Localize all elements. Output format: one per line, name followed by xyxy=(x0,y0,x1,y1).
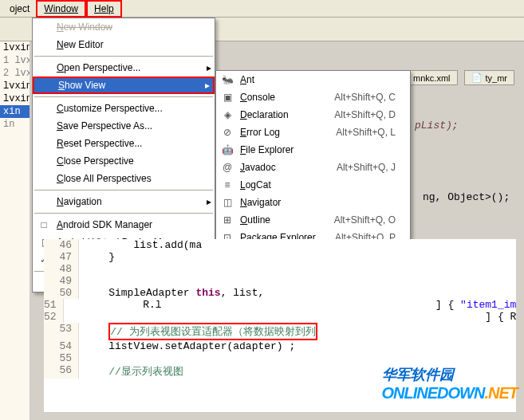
shortcut: Alt+Shift+Q, C xyxy=(318,92,396,103)
left-item[interactable]: lvxin xyxy=(0,41,30,54)
menu-icon: 🤖 xyxy=(219,144,235,155)
code-line[interactable]: 51 R.l ] { "item1_image xyxy=(44,299,516,311)
code-line[interactable]: 52 ] { R.id.mnkc_i xyxy=(44,311,516,323)
code-fragment: pList); xyxy=(415,120,459,131)
menu-item[interactable]: Show View▸ xyxy=(33,77,215,94)
menu-label: Close All Perspectives xyxy=(52,173,200,184)
menu-item[interactable]: @JavadocAlt+Shift+Q, J xyxy=(216,159,410,176)
menu-label: Console xyxy=(235,92,318,103)
menu-icon: ▣ xyxy=(219,92,235,103)
line-number: 47 xyxy=(44,251,79,263)
menu-label: New Editor xyxy=(52,39,200,50)
menu-label: Outline xyxy=(235,214,318,226)
menu-label: Customize Perspective... xyxy=(52,103,200,114)
code-line[interactable]: 54 listView.setAdapter(adapter) ; xyxy=(44,340,516,352)
line-number: 50 xyxy=(44,287,79,299)
line-number: 56 xyxy=(44,364,79,379)
menu-item[interactable]: Navigation▸ xyxy=(33,193,215,210)
menu-icon: @ xyxy=(219,162,235,173)
menu-item[interactable]: Customize Perspective... xyxy=(33,100,215,117)
code-text xyxy=(79,352,84,364)
code-line[interactable]: 50 SimpleAdapter this, list, xyxy=(44,287,516,299)
menu-item[interactable]: 🤖File Explorer xyxy=(216,141,410,159)
menu-item[interactable]: 🐜Ant xyxy=(216,71,410,88)
menu-item[interactable]: New Editor xyxy=(33,36,215,53)
menu-item[interactable]: Close Perspective xyxy=(33,152,215,170)
menu-item[interactable]: ⊘Error LogAlt+Shift+Q, L xyxy=(216,124,410,141)
menu-label: Declaration xyxy=(235,109,318,120)
watermark-logo: 华军软件园 ONLINEDOWN.NET xyxy=(382,365,518,402)
left-item[interactable]: lvxin xyxy=(0,92,30,105)
code-text: //显示列表视图 xyxy=(79,364,183,379)
menu-icon: ≡ xyxy=(219,179,235,190)
menu-item[interactable]: ≡LogCat xyxy=(216,176,410,194)
editor-tab[interactable]: 📄ty_mr xyxy=(464,70,515,85)
code-line[interactable]: 46 list.add(ma xyxy=(44,239,516,251)
code-line[interactable]: 47 } xyxy=(44,251,516,263)
menu-label: LogCat xyxy=(235,179,396,190)
menu-label: Error Log xyxy=(235,127,320,138)
left-item[interactable]: in xyxy=(0,118,30,131)
left-item-selected[interactable]: xin xyxy=(0,105,30,118)
menu-project[interactable]: oject xyxy=(3,2,36,16)
menu-icon: ◈ xyxy=(219,109,235,120)
menu-icon: □ xyxy=(36,219,52,230)
menu-label: File Explorer xyxy=(235,144,396,155)
code-line[interactable]: 48 xyxy=(44,263,516,275)
menu-item[interactable]: Save Perspective As... xyxy=(33,117,215,135)
menubar: oject Window Help xyxy=(0,0,524,18)
line-number: 51 xyxy=(44,299,64,311)
menu-item[interactable]: Reset Perspective... xyxy=(33,135,215,152)
code-text xyxy=(79,275,84,287)
shortcut: Alt+Shift+Q, J xyxy=(321,162,396,173)
line-number: 52 xyxy=(44,311,64,323)
shortcut: Alt+Shift+Q, L xyxy=(320,127,396,138)
code-line[interactable]: 55 xyxy=(44,352,516,364)
menu-label: Android SDK Manager xyxy=(52,219,200,230)
code-text: // 为列表视图设置适配器（将数据映射到列 xyxy=(79,323,317,340)
menu-label: Open Perspective... xyxy=(52,62,200,73)
left-pane: lvxin 1 lvx 2 lvx lvxin lvxin xin in xyxy=(0,41,30,420)
file-icon: 📄 xyxy=(471,73,483,83)
menu-icon: ◫ xyxy=(219,197,235,208)
menu-label: Ant xyxy=(235,74,396,85)
menu-icon: 🐜 xyxy=(219,74,235,85)
line-number: 48 xyxy=(44,263,79,275)
menu-item[interactable]: ◈DeclarationAlt+Shift+Q, D xyxy=(216,106,410,124)
menu-label: Navigator xyxy=(235,197,396,208)
shortcut: Alt+Shift+Q, D xyxy=(318,109,396,120)
menu-item[interactable]: ▣ConsoleAlt+Shift+Q, C xyxy=(216,88,410,106)
menu-item[interactable]: New Window xyxy=(33,18,215,36)
code-text: R.l ] { "item1_image xyxy=(64,299,516,311)
line-number: 49 xyxy=(44,275,79,287)
menu-item[interactable]: Close All Perspectives xyxy=(33,170,215,187)
code-text: listView.setAdapter(adapter) ; xyxy=(79,340,295,352)
menu-label: Navigation xyxy=(52,196,200,207)
menu-label: Save Perspective As... xyxy=(52,120,200,131)
menu-item[interactable]: □Android SDK Manager xyxy=(33,216,215,234)
menu-label: Javadoc xyxy=(235,162,321,173)
menu-help[interactable]: Help xyxy=(86,0,122,18)
menu-window[interactable]: Window xyxy=(36,0,86,18)
chevron-right-icon: ▸ xyxy=(205,80,210,91)
left-item[interactable]: 1 lvx xyxy=(0,54,30,67)
menu-icon: ⊞ xyxy=(219,214,235,226)
chevron-right-icon: ▸ xyxy=(207,62,211,73)
menu-icon: ⊘ xyxy=(219,127,235,138)
left-item[interactable]: lvxin xyxy=(0,80,30,92)
code-text: } xyxy=(79,251,115,263)
code-line[interactable]: 53 // 为列表视图设置适配器（将数据映射到列 xyxy=(44,323,516,340)
menu-label: Close Perspective xyxy=(52,155,200,167)
code-text: SimpleAdapter this, list, xyxy=(79,287,264,299)
left-item[interactable]: 2 lvx xyxy=(0,67,30,80)
code-text: ] { R.id.mnkc_i xyxy=(64,311,516,323)
shortcut: Alt+Shift+Q, O xyxy=(318,214,396,226)
line-number: 46 xyxy=(44,239,79,251)
menu-item[interactable]: ◫Navigator xyxy=(216,194,410,211)
menu-item[interactable]: Open Perspective...▸ xyxy=(33,59,215,77)
line-number: 55 xyxy=(44,352,79,364)
menu-item[interactable]: ⊞OutlineAlt+Shift+Q, O xyxy=(216,211,410,229)
code-fragment: ng, Object>(); xyxy=(423,191,510,203)
code-line[interactable]: 49 xyxy=(44,275,516,287)
menu-label: New Window xyxy=(52,22,200,33)
